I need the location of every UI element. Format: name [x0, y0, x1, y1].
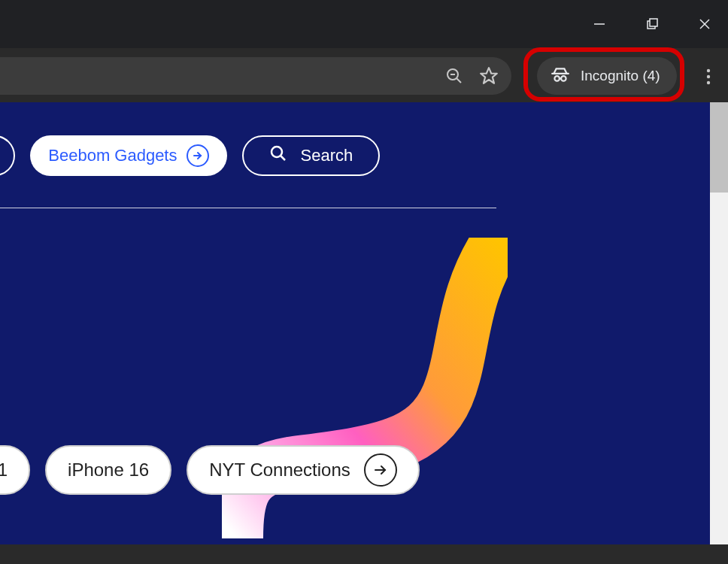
- nav-entertainment[interactable]: nment ▾: [0, 135, 15, 176]
- svg-point-13: [707, 69, 710, 72]
- chip-minecraft[interactable]: craft 1.21: [0, 445, 30, 495]
- svg-point-14: [707, 75, 710, 78]
- minimize-button[interactable]: [582, 7, 617, 41]
- chip-nyt-connections[interactable]: NYT Connections: [187, 445, 420, 495]
- browser-menu-button[interactable]: [698, 66, 719, 87]
- page-content: nment ▾ Beebom Gadgets Search rs: [0, 102, 710, 544]
- chip-label: craft 1.21: [0, 459, 8, 481]
- omnibox[interactable]: [0, 57, 511, 95]
- site-nav: nment ▾ Beebom Gadgets Search: [0, 135, 380, 176]
- close-button[interactable]: [687, 7, 722, 41]
- bookmark-star-icon[interactable]: [478, 65, 499, 86]
- window-border-bottom: [0, 544, 728, 564]
- nav-search-label: Search: [301, 146, 353, 165]
- window-titlebar: [0, 0, 728, 48]
- scrollbar-thumb[interactable]: [710, 102, 728, 193]
- svg-line-18: [281, 156, 285, 161]
- chip-iphone16[interactable]: iPhone 16: [45, 445, 171, 495]
- vertical-scrollbar[interactable]: [710, 102, 728, 544]
- search-icon: [269, 144, 287, 167]
- nav-search[interactable]: Search: [242, 135, 381, 176]
- trending-chips: craft 1.21 iPhone 16 NYT Connections: [0, 445, 420, 495]
- svg-rect-2: [650, 19, 657, 26]
- chip-label: NYT Connections: [209, 459, 350, 481]
- nav-divider: [0, 208, 496, 208]
- svg-point-15: [707, 81, 710, 84]
- svg-line-6: [457, 79, 462, 83]
- browser-toolbar: Incognito (4): [0, 48, 728, 102]
- incognito-label: Incognito (4): [581, 68, 660, 84]
- maximize-button[interactable]: [635, 7, 669, 41]
- arrow-right-icon: [364, 453, 397, 487]
- svg-point-17: [271, 147, 282, 157]
- zoom-out-icon[interactable]: [444, 65, 465, 86]
- nav-gadgets-label: Beebom Gadgets: [48, 146, 177, 165]
- nav-gadgets[interactable]: Beebom Gadgets: [30, 135, 226, 176]
- svg-marker-8: [481, 68, 497, 83]
- incognito-icon: [551, 65, 570, 88]
- arrow-right-icon: [187, 144, 209, 167]
- chip-label: iPhone 16: [68, 459, 149, 481]
- incognito-indicator[interactable]: Incognito (4): [537, 57, 677, 95]
